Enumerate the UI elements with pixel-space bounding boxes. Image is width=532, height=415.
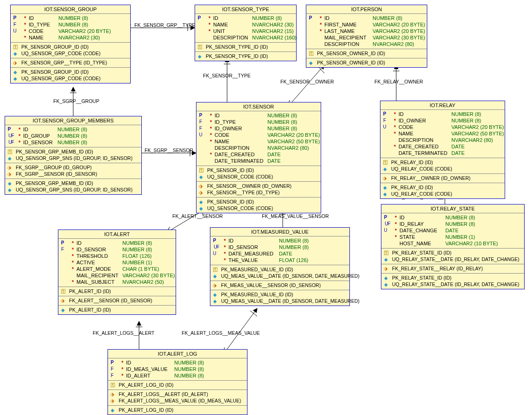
- rel-label: FK_SENSOR__OWNER: [280, 79, 334, 84]
- column-name: ID: [29, 15, 57, 21]
- constraint-text: UQ_SENSOR_GRP_CODE (CODE): [21, 50, 101, 57]
- fk-section: FK_SENSOR_GRP__TYPE (ID_TYPE): [11, 58, 130, 68]
- constraint-row: UQ_MEAS_VALUE__DATE (ID_SENSOR, DATE_MEA…: [212, 273, 348, 279]
- key-icon: [199, 167, 205, 173]
- constraint-row: PK_SENSOR_GRP_MEMB_ID (ID): [7, 180, 139, 186]
- column-name: ID_SENSOR: [76, 246, 120, 253]
- column-name: STATE: [399, 234, 443, 240]
- diamond-icon: [383, 191, 389, 197]
- diamond-icon: [199, 205, 205, 211]
- column-row: DATE_TERMINATEDDATE: [382, 150, 503, 156]
- column-name: ID_RELAY: [399, 221, 443, 227]
- constraint-row: PK_MEASURED_VALUE_ID (ID): [212, 291, 348, 298]
- entity-title: IOT.ALERT_LOG: [108, 350, 247, 358]
- key-icon: [61, 288, 67, 294]
- column-name: NAME: [399, 130, 450, 137]
- column-row: U*CODEVARCHAR2 (20 BYTE): [13, 28, 128, 34]
- constraint-text: UQ_MEAS_VALUE__DATE (ID_SENSOR, DATE_MEA…: [221, 273, 360, 279]
- column-row: *UNITNVARCHAR2 (15): [197, 28, 294, 34]
- diamond-icon: [61, 307, 67, 313]
- column-name: DATE_CREATED: [399, 143, 450, 150]
- constraint-text: FK_SGRP__GROUP (ID_GROUP): [16, 164, 92, 171]
- key-icon: [383, 160, 389, 165]
- entity-alert: IOT.ALERT P*IDNUMBER (8)F*ID_SENSORNUMBE…: [58, 230, 176, 315]
- column-name: ID_GROUP: [23, 133, 56, 139]
- entity-sensor-type: IOT.SENSOR_TYPE P*IDNUMBER (8)*NAMENVARC…: [195, 5, 297, 61]
- constraint-text: FK_SENSOR_GRP__TYPE (ID_TYPE): [21, 59, 107, 66]
- column-name: NAME: [29, 34, 57, 41]
- constraint-text: FK_ALERT_LOGS__MEAS_VALUE (ID_MEAS_VALUE…: [119, 397, 241, 404]
- constraint-row: UQ_RELAY_CODE (CODE): [382, 166, 503, 172]
- entity-sensor-group: IOT.SENSOR_GROUP P*IDNUMBER (8)F*ID_TYPE…: [10, 5, 131, 83]
- constraint-text: UQ_SENSOR_GRP_SNS (ID_GROUP, ID_SENSOR): [16, 155, 133, 161]
- column-name: ID_TYPE: [29, 21, 57, 28]
- column-row: DATE_TERMINATEDDATE: [198, 158, 319, 164]
- column-name: DATE_TERMINATED: [215, 158, 266, 164]
- rel-label: FK_SGRP__SENSOR: [145, 147, 193, 153]
- column-row: *STATENUMBER (1): [383, 234, 522, 240]
- column-name: MAIL_RECIPIENT: [76, 272, 120, 279]
- constraint-row: PK_ALERT_LOG_ID (ID): [110, 407, 245, 413]
- column-name: ID_MEAS_VALUE: [126, 366, 172, 372]
- column-name: ID: [76, 240, 120, 246]
- column-type: NUMBER (8): [266, 119, 297, 125]
- diamond-icon: [7, 187, 14, 192]
- constraint-text: FK_RELAY__OWNER (ID_OWNER): [391, 175, 470, 181]
- column-row: F*ID_OWNERNUMBER (8): [198, 125, 319, 132]
- entity-measured-value: IOT.MEASURED_VALUE P*IDNUMBER (8)UF*ID_S…: [210, 227, 350, 306]
- diamond-icon: [213, 292, 219, 297]
- constraint-row: UQ_RELAY_STATE__DATE (ID_RELAY, DATE_CHA…: [383, 281, 522, 287]
- constraint-text: FK_ALERT_LOGS__ALERT (ID_ALERT): [119, 391, 208, 397]
- column-row: DESCRIPTIONNVARCHAR2 (80): [198, 145, 319, 151]
- constraint-row: PK_ALERT_ID (ID): [60, 288, 174, 294]
- diamond-icon: [383, 185, 389, 190]
- column-type: VARCHAR2 (50 BYTE): [266, 138, 320, 145]
- key-icon: [7, 149, 14, 154]
- entity-title: IOT.MEASURED_VALUE: [210, 228, 349, 236]
- column-row: DESCRIPTIONNVARCHAR2 (80): [382, 137, 503, 143]
- column-name: DESCRIPTION: [213, 34, 250, 41]
- column-row: U*DATE_CHANGEDATE: [383, 227, 522, 234]
- diamond-icon: [213, 273, 219, 279]
- column-type: FLOAT (126): [277, 257, 308, 263]
- diamond-icon: [199, 199, 205, 204]
- constraint-text: UQ_MEAS_VALUE__DATE (ID_SENSOR, DATE_MEA…: [221, 298, 360, 304]
- column-type: NUMBER (8): [120, 246, 152, 253]
- column-name: DATE_CREATED: [215, 151, 266, 158]
- column-row: HOST_NAMEVARCHAR2 (10 BYTE): [383, 240, 522, 247]
- rel-label: FK_ALERT__SENSOR: [172, 213, 223, 219]
- column-row: P*IDNUMBER (8): [13, 15, 128, 21]
- column-type: DATE: [450, 143, 465, 150]
- column-type: FLOAT (126): [120, 253, 152, 259]
- constraint-text: FK_MEAS_VALUE__SENSOR (ID_SENSOR): [221, 282, 321, 288]
- fk-icon: [61, 298, 67, 303]
- constraint-text: PK_SENSOR_TYPE_ID (ID): [206, 53, 268, 59]
- fk-icon: [383, 175, 389, 181]
- column-type: NVARCHAR2 (80): [266, 145, 309, 151]
- constraint-text: PK_SENSOR_OWNER_ID (ID): [317, 50, 385, 57]
- column-name: ID_OWNER: [215, 125, 266, 132]
- constraint-row: PK_SENSOR_OWNER_ID (ID): [308, 59, 425, 66]
- constraint-row: FK_SENSOR_GRP__TYPE (ID_TYPE): [13, 59, 128, 66]
- column-row: F*ID_MEAS_VALUENUMBER (8): [110, 366, 245, 372]
- column-row: F*ID_TYPENUMBER (8): [198, 119, 319, 125]
- column-name: MAIL_SUBJECT: [76, 279, 120, 285]
- column-type: NUMBER (8): [250, 15, 282, 21]
- column-type: NUMBER (8): [443, 214, 475, 221]
- column-row: F*ID_SENSORNUMBER (8): [60, 246, 174, 253]
- constraint-text: UQ_SENSOR_GRP_CODE (CODE): [21, 75, 101, 82]
- constraint-text: PK_ALERT_LOG_ID (ID): [119, 382, 173, 388]
- constraint-row: PK_SENSOR_GROUP_ID (ID): [13, 69, 128, 75]
- column-name: THE_VALUE: [228, 257, 277, 263]
- constraint-text: FK_RELAY_STATE__RELAY (ID_RELAY): [392, 265, 483, 272]
- constraint-text: UQ_RELAY_STATE__DATE (ID_RELAY, DATE_CHA…: [392, 281, 519, 287]
- column-row: P*IDNUMBER (8): [197, 15, 294, 21]
- column-row: DESCRIPTIONNVARCHAR2 (80): [308, 41, 425, 47]
- fk-icon: [110, 391, 117, 397]
- column-name: DESCRIPTION: [215, 145, 266, 151]
- column-name: UNIT: [213, 28, 250, 34]
- constraint-text: PK_SENSOR_GROUP_ID (ID): [21, 69, 89, 75]
- column-type: NUMBER (8): [56, 126, 87, 133]
- column-type: NVARCHAR2 (15): [250, 28, 294, 34]
- entity-title: IOT.RELAY: [380, 101, 505, 110]
